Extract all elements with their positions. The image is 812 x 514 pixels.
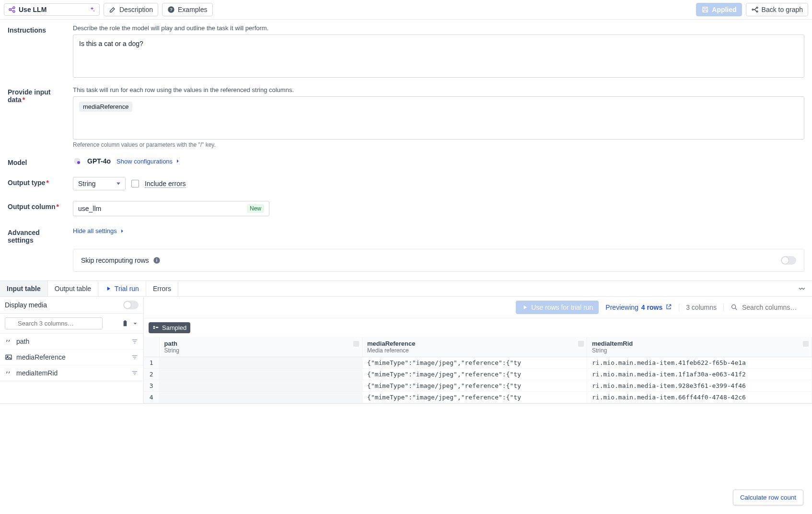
chevron-right-icon — [119, 228, 126, 234]
output-type-select[interactable]: String — [73, 177, 126, 190]
image-icon — [5, 353, 12, 361]
columns-search-input[interactable] — [5, 317, 103, 329]
node-icon — [8, 6, 16, 13]
output-column-label: Output column* — [8, 201, 65, 210]
skip-recomputing-row: Skip recomputing rows i — [73, 249, 804, 272]
column-item[interactable]: path — [0, 334, 143, 350]
table-row[interactable]: 1{"mimeType":"image/jpeg","reference":{"… — [144, 357, 812, 369]
info-circle-icon[interactable]: i — [153, 257, 161, 264]
table-row[interactable]: 3{"mimeType":"image/jpeg","reference":{"… — [144, 380, 812, 392]
column-item[interactable]: mediaItemRid — [0, 365, 143, 381]
tab-trial-run[interactable]: Trial run — [98, 281, 146, 296]
svg-point-5 — [93, 11, 94, 12]
advanced-settings-label: Advanced settings — [8, 227, 65, 244]
svg-point-0 — [9, 9, 11, 11]
column-chip[interactable]: mediaReference — [79, 102, 132, 112]
column-header[interactable]: pathString — [159, 337, 362, 357]
search-icon — [731, 304, 738, 311]
sampled-badge[interactable]: Sampled — [149, 322, 190, 333]
column-header[interactable]: mediaReferenceMedia reference — [362, 337, 587, 357]
filter-icon[interactable] — [131, 353, 139, 361]
model-label: Model — [8, 157, 65, 166]
svg-point-15 — [77, 161, 80, 164]
skip-recomputing-toggle[interactable] — [781, 256, 796, 265]
row-number: 3 — [144, 380, 159, 392]
svg-point-13 — [756, 11, 758, 12]
description-button[interactable]: Description — [104, 3, 158, 16]
tab-output-table[interactable]: Output table — [48, 281, 98, 296]
new-badge: New — [247, 204, 264, 213]
svg-line-4 — [11, 10, 13, 11]
output-column-input[interactable]: use_llm New — [73, 201, 269, 216]
input-data-subhelper: Reference column values or parameters wi… — [73, 141, 804, 148]
table-row[interactable]: 2{"mimeType":"image/jpeg","reference":{"… — [144, 369, 812, 380]
examples-button[interactable]: ? Examples — [162, 3, 212, 16]
branch-icon — [751, 6, 759, 13]
svg-rect-20 — [124, 321, 127, 326]
instructions-textarea[interactable]: Is this a cat or a dog? — [73, 35, 804, 78]
svg-text:i: i — [156, 258, 157, 263]
quote-icon — [5, 338, 12, 345]
svg-text:?: ? — [170, 7, 173, 12]
input-data-label: Provide input data* — [8, 86, 65, 104]
tab-input-table[interactable]: Input table — [0, 281, 48, 296]
svg-point-12 — [756, 7, 758, 9]
svg-rect-21 — [124, 320, 126, 322]
skip-recomputing-label: Skip recomputing rows — [81, 257, 149, 264]
filter-icon[interactable] — [131, 338, 139, 345]
output-type-label: Output type* — [8, 177, 65, 187]
column-menu-icon[interactable] — [803, 341, 809, 347]
collapse-panel-icon[interactable] — [792, 285, 812, 292]
input-data-box[interactable]: mediaReference — [73, 96, 804, 140]
svg-rect-35 — [153, 326, 155, 327]
save-icon — [701, 6, 709, 13]
back-to-graph-button[interactable]: Back to graph — [746, 3, 808, 16]
include-errors-checkbox[interactable] — [131, 180, 139, 187]
node-title-box[interactable]: Use LLM — [4, 3, 100, 16]
play-icon — [105, 285, 112, 292]
lower-tabs: Input table Output table Trial run Error… — [0, 280, 812, 297]
svg-rect-37 — [156, 327, 158, 327]
table-row[interactable]: 4{"mimeType":"image/jpeg","reference":{"… — [144, 392, 812, 403]
include-errors-label: Include errors — [145, 180, 186, 188]
model-name: GPT-4o — [87, 157, 111, 165]
clipboard-icon[interactable] — [121, 320, 129, 327]
show-configurations-link[interactable]: Show configurations — [116, 158, 181, 165]
previewing-link[interactable]: Previewing 4 rows — [605, 304, 672, 311]
svg-point-33 — [732, 305, 736, 309]
applied-button[interactable]: Applied — [696, 3, 742, 16]
row-number: 2 — [144, 369, 159, 380]
svg-rect-10 — [704, 10, 707, 12]
use-rows-trial-button[interactable]: Use rows for trial run — [516, 301, 599, 314]
search-columns-input[interactable] — [731, 304, 807, 311]
lower-section: Display media pathmediaReferencemediaIte… — [0, 297, 812, 404]
node-title: Use LLM — [19, 6, 46, 13]
row-number: 1 — [144, 357, 159, 369]
edit-icon — [109, 6, 116, 13]
svg-point-1 — [13, 7, 15, 9]
data-table: pathStringmediaReferenceMedia referencem… — [144, 337, 812, 403]
svg-rect-9 — [704, 7, 707, 9]
config-form: Instructions Describe the role the model… — [0, 20, 812, 272]
column-header[interactable]: mediaItemRidString — [587, 337, 812, 357]
svg-point-11 — [752, 9, 754, 11]
svg-rect-36 — [153, 327, 155, 328]
display-media-label: Display media — [5, 301, 47, 309]
row-number: 4 — [144, 392, 159, 403]
column-menu-icon[interactable] — [353, 341, 359, 347]
input-data-helper: This task will run for each row using th… — [73, 86, 804, 93]
column-menu-icon[interactable] — [578, 341, 584, 347]
instructions-label: Instructions — [8, 24, 65, 34]
sample-icon — [152, 325, 159, 331]
display-media-toggle[interactable] — [123, 301, 139, 309]
model-icon — [73, 157, 81, 165]
column-item[interactable]: mediaReference — [0, 350, 143, 365]
tab-errors[interactable]: Errors — [146, 281, 178, 296]
svg-line-34 — [735, 308, 737, 310]
hide-settings-link[interactable]: Hide all settings — [73, 227, 126, 234]
instructions-helper: Describe the role the model will play an… — [73, 24, 804, 32]
chevron-down-icon[interactable] — [132, 320, 139, 327]
sparkle-icon — [89, 6, 95, 13]
external-icon — [665, 304, 672, 310]
filter-icon[interactable] — [131, 369, 139, 377]
